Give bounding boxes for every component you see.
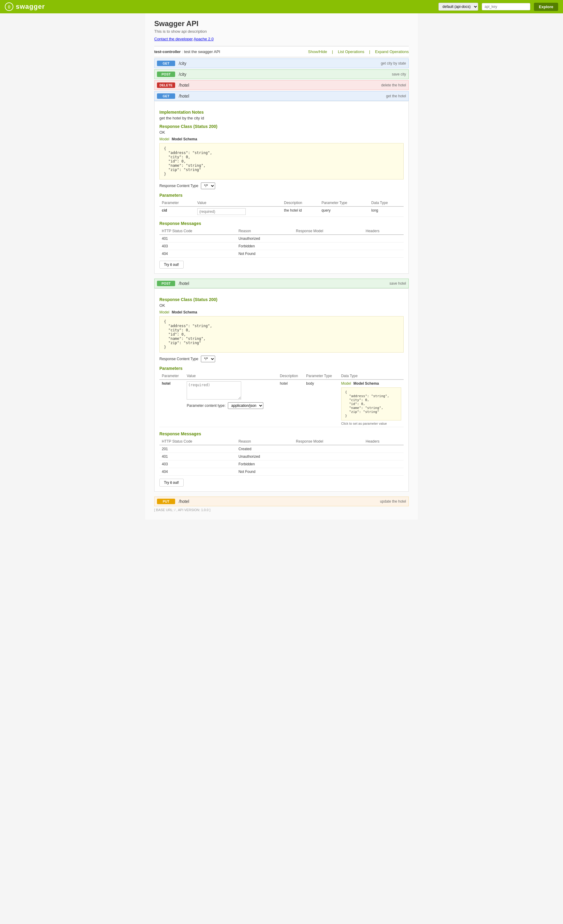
post-city-desc: save city xyxy=(392,72,406,76)
post-hotel-model-schema-tab[interactable]: Model Schema xyxy=(172,310,197,314)
click-to-set-label[interactable]: Click to set as parameter value xyxy=(341,422,401,425)
resp-404-headers xyxy=(363,250,404,258)
get-hotel-path: /hotel xyxy=(179,94,386,99)
base-url: [ BASE URL: / , API VERSION: 1.0.0 ] xyxy=(154,506,409,513)
post-resp-403-code: 403 xyxy=(159,460,236,468)
explore-button[interactable]: Explore xyxy=(534,3,558,11)
post-city-badge: POST xyxy=(157,72,175,77)
param-row-hotel: hotel Parameter content type: applicatio… xyxy=(159,380,404,427)
param-hotel-desc: hotel xyxy=(277,380,304,427)
param-content-type-select[interactable]: application/json xyxy=(228,402,263,409)
resp-col-reason: Reason xyxy=(236,228,293,235)
license-link[interactable]: Apache 2.0 xyxy=(194,37,214,41)
controller-header: test-controller : test the swagger API S… xyxy=(154,46,409,57)
param-cid-name: cid xyxy=(162,208,167,213)
post-resp-403-headers xyxy=(363,460,404,468)
response-class-title: Response Class (Status 200) xyxy=(159,124,404,129)
put-hotel-badge: PUT xyxy=(157,499,175,504)
controller-name: test-controller xyxy=(154,50,181,54)
response-row-401: 401 Unauthorized xyxy=(159,235,404,243)
post-hotel-response-table: HTTP Status Code Reason Response Model H… xyxy=(159,438,404,476)
method-get-hotel[interactable]: GET /hotel get the hotel xyxy=(154,91,409,101)
get-hotel-desc: get the hotel xyxy=(386,94,406,98)
delete-hotel-path: /hotel xyxy=(179,83,381,88)
post-hotel-content-type-select[interactable]: */* xyxy=(201,356,215,362)
get-city-path: /city xyxy=(179,61,381,66)
param-hotel-textarea[interactable] xyxy=(187,381,241,399)
delete-hotel-badge: DELETE xyxy=(157,82,175,88)
resp-404-reason: Not Found xyxy=(236,250,293,258)
post-city-path: /city xyxy=(179,72,392,77)
param-cid-input[interactable] xyxy=(197,208,246,215)
params-title: Parameters xyxy=(159,193,404,198)
resp-401-model xyxy=(293,235,363,243)
model-tab[interactable]: Model xyxy=(159,137,169,141)
resp-401-headers xyxy=(363,235,404,243)
method-get-city[interactable]: GET /city get city by state xyxy=(154,58,409,68)
expand-operations-link[interactable]: Expand Operations xyxy=(375,50,409,54)
post-hotel-model-tab[interactable]: Model xyxy=(159,310,169,314)
model-schema-tab[interactable]: Model Schema xyxy=(172,137,197,141)
post-resp-201-code: 201 xyxy=(159,445,236,453)
main-content: Swagger API This is to show api descript… xyxy=(145,14,418,520)
inline-model-schema-tab[interactable]: Model Schema xyxy=(353,381,379,386)
param-hotel-type: body xyxy=(304,380,338,427)
post-hotel-response-messages-title: Response Messages xyxy=(159,431,404,436)
post-hotel-json: { "address": "string", "city": 0, "id": … xyxy=(159,316,404,352)
logo-icon: {} xyxy=(5,2,13,11)
post-resp-401-headers xyxy=(363,453,404,460)
post-resp-404-code: 404 xyxy=(159,468,236,476)
contact-link[interactable]: Contact the developer xyxy=(154,37,193,41)
param-row-cid: cid the hotel id query long xyxy=(159,207,404,217)
post-hotel-params-table: Parameter Value Description Parameter Ty… xyxy=(159,373,404,427)
post-resp-col-code: HTTP Status Code xyxy=(159,438,236,445)
api-links: Contact the developer Apache 2.0 xyxy=(154,37,409,41)
method-post-city[interactable]: POST /city save city xyxy=(154,69,409,79)
show-hide-link[interactable]: Show/Hide xyxy=(308,50,327,54)
inline-model-tab[interactable]: Model xyxy=(341,381,351,386)
post-resp-col-reason: Reason xyxy=(236,438,293,445)
post-hotel-model-tabs: Model Model Schema xyxy=(159,310,404,314)
post-hotel-response-ok: OK xyxy=(159,303,404,308)
get-hotel-json: { "address": "string", "city": 0, "id": … xyxy=(159,143,404,180)
post-resp-404-headers xyxy=(363,468,404,476)
post-hotel-inline-json: { "address": "string", "city": 0, "id": … xyxy=(341,387,401,420)
post-resp-201-model xyxy=(293,445,363,453)
resp-403-reason: Forbidden xyxy=(236,243,293,250)
response-messages-title: Response Messages xyxy=(159,221,404,226)
top-bar: {} swagger default (api-docs) Explore xyxy=(0,0,563,14)
param-content-type-label: Parameter content type: xyxy=(187,404,225,408)
content-type-select[interactable]: */* xyxy=(201,183,215,189)
post-response-row-401: 401 Unauthorized xyxy=(159,453,404,460)
get-city-badge: GET xyxy=(157,61,175,66)
separator2: | xyxy=(369,50,370,54)
controller-actions: Show/Hide | List Operations | Expand Ope… xyxy=(308,50,409,54)
resp-404-code: 404 xyxy=(159,250,236,258)
impl-notes-title: Implementation Notes xyxy=(159,110,404,115)
api-key-input[interactable] xyxy=(482,3,530,10)
post-hotel-content-type-label: Response Content Type xyxy=(159,357,198,361)
post-resp-401-reason: Unauthorized xyxy=(236,453,293,460)
method-put-hotel[interactable]: PUT /hotel update the hotel xyxy=(154,496,409,506)
method-post-hotel[interactable]: POST /hotel save hotel xyxy=(154,279,409,288)
params-col-value: Value xyxy=(195,200,282,207)
method-delete-hotel[interactable]: DELETE /hotel delete the hotel xyxy=(154,80,409,90)
api-docs-select[interactable]: default (api-docs) xyxy=(439,3,478,10)
param-hotel-name: hotel xyxy=(162,381,171,386)
resp-col-model: Response Model xyxy=(293,228,363,235)
logo-symbol: {} xyxy=(8,5,10,9)
resp-401-code: 401 xyxy=(159,235,236,243)
post-response-row-403: 403 Forbidden xyxy=(159,460,404,468)
get-hotel-try-button[interactable]: Try it out! xyxy=(159,261,184,268)
param-cid-type: query xyxy=(319,207,369,217)
post-hotel-response-title: Response Class (Status 200) xyxy=(159,297,404,302)
post-resp-404-model xyxy=(293,468,363,476)
list-operations-link[interactable]: List Operations xyxy=(338,50,364,54)
put-hotel-path: /hotel xyxy=(179,499,380,504)
post-params-col-description: Description xyxy=(277,373,304,380)
get-hotel-detail: Implementation Notes get the hotel by th… xyxy=(154,101,409,274)
params-col-description: Description xyxy=(282,200,319,207)
post-hotel-try-button[interactable]: Try it out! xyxy=(159,478,184,486)
api-info: Swagger API This is to show api descript… xyxy=(154,20,409,41)
controller-title: test-controller : test the swagger API xyxy=(154,50,220,54)
